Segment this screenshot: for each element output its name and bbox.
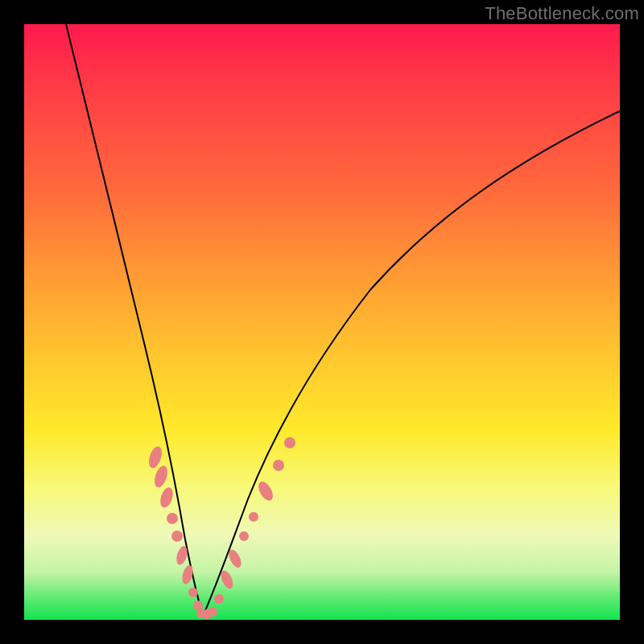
svg-point-12 — [214, 594, 224, 604]
svg-point-2 — [158, 485, 175, 509]
curve-layer — [24, 24, 620, 620]
svg-point-15 — [239, 531, 249, 541]
svg-point-16 — [249, 512, 258, 522]
svg-point-1 — [152, 464, 170, 489]
svg-point-0 — [147, 445, 164, 470]
curve-right — [203, 111, 620, 616]
svg-point-18 — [273, 460, 284, 471]
watermark-text: TheBottleneck.com — [485, 3, 639, 24]
plot-area — [24, 24, 620, 620]
svg-point-19 — [284, 437, 295, 448]
curve-left — [66, 24, 203, 616]
svg-point-7 — [188, 588, 198, 597]
svg-point-3 — [167, 513, 178, 524]
svg-point-11 — [208, 607, 217, 617]
svg-point-4 — [171, 530, 183, 542]
svg-point-17 — [255, 479, 275, 503]
chart-frame: TheBottleneck.com — [0, 0, 644, 644]
